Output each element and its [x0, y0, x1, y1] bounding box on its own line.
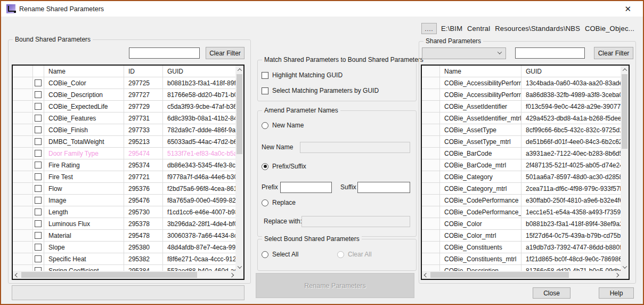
table-row[interactable]: COBie_AccessibilityPerform...13c4bada-0a… [422, 77, 621, 89]
header-guid[interactable]: GUID [163, 66, 235, 77]
select-all-radio[interactable] [262, 251, 268, 258]
help-button[interactable]: Help [599, 287, 634, 299]
table-row[interactable]: Luminous Flux2953783b296da2-28f1-4de4-bf… [13, 218, 235, 230]
header-id[interactable]: ID [124, 66, 163, 77]
scroll-right-icon[interactable] [227, 271, 235, 279]
table-row[interactable]: COBie_AssetIdentifier_mtrl429a4523-dbd8-… [422, 113, 621, 124]
table-row[interactable]: COBie_Color297725b0881b23-f3a1-418f-89f4… [13, 77, 235, 89]
table-row[interactable]: COBie_BarCode_mtrl2f487135-521f-4025-ab0… [422, 159, 621, 171]
highlight-matching-guid-option[interactable]: Highlight Matching GUID [262, 71, 343, 79]
table-row[interactable]: COBie_AssetIdentifierf013c594-9e0c-4428-… [422, 101, 621, 113]
suffix-input[interactable] [357, 182, 410, 193]
row-checkbox[interactable] [35, 138, 42, 145]
table-row[interactable]: COBie_Constituentsa19db7d3-7392-4747-86d… [422, 242, 621, 253]
scroll-down-icon[interactable] [235, 263, 243, 271]
row-checkbox[interactable] [35, 115, 42, 122]
table-row[interactable]: Length295730f1cd1cc6-e46e-4007-b980- [13, 206, 235, 218]
table-row[interactable]: COBie_ExpectedLife297729c5da3f93-9cbe-47… [13, 101, 235, 113]
row-checkbox[interactable] [35, 185, 42, 192]
bound-vertical-scrollbar[interactable] [235, 66, 243, 271]
table-row[interactable]: Door Family Type2954745133f7e1-ef83-4a0c… [13, 148, 235, 159]
row-checkbox[interactable] [35, 162, 42, 168]
header-guid[interactable]: GUID [521, 66, 621, 77]
close-icon[interactable]: ✕ [624, 4, 631, 14]
row-checkbox[interactable] [35, 232, 42, 239]
bound-horizontal-scrollbar[interactable] [13, 271, 235, 279]
table-row[interactable]: COBie_AccessibilityPerform...8a86d838-32… [422, 89, 621, 101]
table-row[interactable]: Specific Heat295382f8f6e271-0caa-4ccc-91… [13, 253, 235, 265]
row-checkbox[interactable] [35, 197, 42, 204]
scrollbar-thumb[interactable] [430, 272, 569, 278]
table-row[interactable]: COBie_Finish297733782da9c7-ddde-486f-9a3… [13, 124, 235, 136]
close-button[interactable]: Close [533, 287, 570, 299]
select-matching-by-guid-checkbox[interactable] [262, 87, 268, 94]
table-row[interactable]: COBie_Category501aa6a7-8597-48d0-ac30-d2… [422, 171, 621, 183]
parameter-group-dropdown[interactable] [422, 47, 506, 59]
bound-table-body: COBie_Color297725b0881b23-f3a1-418f-89f4… [13, 77, 235, 279]
row-checkbox[interactable] [35, 244, 42, 251]
table-row[interactable]: Fire Rating295374db86e343-5345-4fe3-8ced… [13, 159, 235, 171]
table-row[interactable]: COBie_Description29772781766e58-dd20-4b7… [13, 89, 235, 101]
cell-id: 297729 [124, 101, 163, 112]
table-row[interactable]: Fire Test297721f9778a7f-d46a-44e6-b30d-8 [13, 171, 235, 183]
table-row[interactable]: COBie_Colorb0881b23-f3a1-418f-89f4-38ef9… [422, 218, 621, 230]
scrollbar-thumb[interactable] [21, 272, 197, 278]
row-checkbox[interactable] [35, 103, 42, 110]
row-header [422, 124, 440, 135]
new-name-option[interactable]: New Name [262, 122, 304, 129]
select-matching-by-guid-option[interactable]: Select Matching Parameters by GUID [262, 87, 379, 94]
header-name[interactable]: Name [440, 66, 521, 77]
table-row[interactable]: COBie_BarCodea3931ae2-7122-40ec-b283-8b6… [422, 148, 621, 159]
scroll-right-icon[interactable] [613, 271, 621, 279]
header-name[interactable]: Name [44, 66, 124, 77]
row-checkbox[interactable] [35, 150, 42, 157]
shared-filter-input[interactable] [515, 47, 585, 59]
table-row[interactable]: COBie_CodePerformancee30ffab0-250f-4810-… [422, 195, 621, 206]
shared-horizontal-scrollbar[interactable] [422, 271, 621, 279]
replace-option[interactable]: Replace [262, 199, 296, 206]
table-row[interactable]: Material29547830060378-7a66-4434-8c81 [13, 230, 235, 242]
row-checkbox[interactable] [35, 255, 42, 262]
bound-filter-input[interactable] [129, 47, 200, 59]
scrollbar-thumb[interactable] [622, 74, 627, 149]
rename-parameters-button[interactable]: Rename Parameters [256, 273, 414, 298]
row-checkbox[interactable] [35, 220, 42, 227]
shared-clear-filter-button[interactable]: Clear Filter [594, 47, 633, 59]
table-row[interactable]: DMBC_TotalWeight29521365033ad5-44ac-47d2… [13, 136, 235, 148]
scroll-down-icon[interactable] [621, 263, 629, 271]
select-all-option[interactable]: Select All [262, 251, 298, 258]
table-row[interactable]: COBie_Constituents_mtrl1f21d865-bc0f-48c… [422, 253, 621, 265]
new-name-radio[interactable] [262, 122, 268, 129]
table-row[interactable]: COBie_CodePerformance_...1ecc1e51-e54a-4… [422, 206, 621, 218]
prefix-suffix-radio[interactable] [262, 163, 268, 170]
clear-all-option: Clear All [337, 251, 372, 258]
replace-radio[interactable] [262, 199, 268, 206]
row-checkbox[interactable] [35, 173, 42, 180]
scroll-left-icon[interactable] [422, 271, 430, 279]
scroll-up-icon[interactable] [621, 66, 629, 74]
row-header [422, 77, 440, 89]
table-row[interactable]: COBie_Category_mtrl2cea711a-df6c-4f98-97… [422, 183, 621, 195]
prefix-input[interactable] [280, 182, 332, 193]
row-checkbox[interactable] [35, 126, 42, 133]
cell-guid: c5da3f93-9cbe-47af-b36f-4 [163, 101, 235, 112]
table-row[interactable]: Image295476f8a765a9-00e0-4599-82a7- [13, 195, 235, 206]
highlight-matching-guid-checkbox[interactable] [262, 72, 268, 79]
table-row[interactable]: COBie_AssetType_mtrlde51b66f-d01f-4ee0-8… [422, 136, 621, 148]
table-row[interactable]: Slope29538048d4afdb-87e7-4eca-9914- [13, 242, 235, 253]
row-checkbox[interactable] [35, 79, 42, 86]
prefix-suffix-option[interactable]: Prefix/Suffix [262, 163, 306, 170]
row-checkbox[interactable] [35, 91, 42, 98]
scroll-up-icon[interactable] [235, 66, 243, 74]
scrollbar-thumb[interactable] [237, 74, 242, 154]
table-row[interactable]: COBie_AssetType8cf99c66-6bc5-432c-832c-9… [422, 124, 621, 136]
row-header [13, 124, 33, 135]
scroll-left-icon[interactable] [13, 271, 21, 279]
table-row[interactable]: Flow295376f2bd75a6-96f8-4cea-8614-e [13, 183, 235, 195]
bound-clear-filter-button[interactable]: Clear Filter [206, 47, 244, 59]
shared-vertical-scrollbar[interactable] [621, 66, 629, 271]
row-checkbox[interactable] [35, 208, 42, 215]
browse-button[interactable]: .... [421, 23, 437, 34]
table-row[interactable]: COBie_Color_mtrl15f27d64-0c75-439a-b79b-… [422, 230, 621, 242]
table-row[interactable]: COBie_Features2977316d8c393b-08a1-41b2-8… [13, 113, 235, 124]
